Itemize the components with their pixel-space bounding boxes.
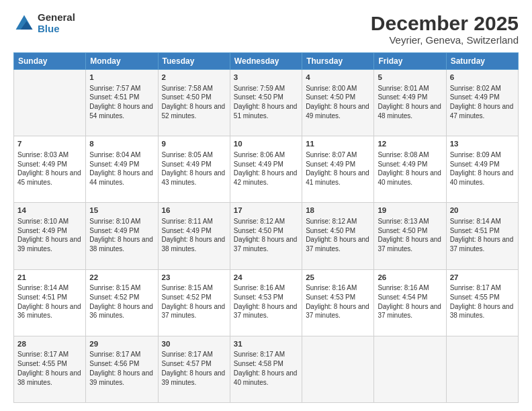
calendar-cell: 16Sunrise: 8:11 AMSunset: 4:49 PMDayligh… xyxy=(158,203,230,269)
day-number: 16 xyxy=(162,205,226,216)
calendar-subtitle: Veyrier, Geneva, Switzerland xyxy=(371,34,519,46)
calendar-title: December 2025 xyxy=(371,12,519,34)
calendar-cell: 11Sunrise: 8:07 AMSunset: 4:49 PMDayligh… xyxy=(302,136,374,203)
calendar-cell: 27Sunrise: 8:17 AMSunset: 4:55 PMDayligh… xyxy=(446,269,518,336)
day-number: 23 xyxy=(162,273,226,283)
calendar-cell: 31Sunrise: 8:17 AMSunset: 4:58 PMDayligh… xyxy=(230,336,302,402)
day-number: 24 xyxy=(234,273,298,283)
cell-details: Sunrise: 8:17 AMSunset: 4:55 PMDaylight:… xyxy=(17,350,82,387)
cell-details: Sunrise: 8:00 AMSunset: 4:50 PMDaylight:… xyxy=(306,84,370,121)
cell-details: Sunrise: 8:11 AMSunset: 4:49 PMDaylight:… xyxy=(162,217,226,254)
day-number: 9 xyxy=(162,139,226,150)
day-of-week-monday: Monday xyxy=(86,53,158,70)
cell-details: Sunrise: 8:03 AMSunset: 4:49 PMDaylight:… xyxy=(17,150,82,187)
day-of-week-tuesday: Tuesday xyxy=(158,53,230,70)
cell-details: Sunrise: 8:12 AMSunset: 4:50 PMDaylight:… xyxy=(234,217,298,254)
day-number: 18 xyxy=(306,205,370,216)
calendar-week-4: 21Sunrise: 8:14 AMSunset: 4:51 PMDayligh… xyxy=(14,269,519,336)
day-of-week-friday: Friday xyxy=(374,53,446,70)
calendar-cell: 23Sunrise: 8:15 AMSunset: 4:52 PMDayligh… xyxy=(158,269,230,336)
day-number: 11 xyxy=(306,139,370,150)
cell-details: Sunrise: 8:05 AMSunset: 4:49 PMDaylight:… xyxy=(162,150,226,187)
cell-details: Sunrise: 8:17 AMSunset: 4:57 PMDaylight:… xyxy=(162,350,226,387)
calendar-cell xyxy=(446,336,518,402)
cell-details: Sunrise: 8:16 AMSunset: 4:53 PMDaylight:… xyxy=(234,283,298,320)
calendar-cell: 18Sunrise: 8:12 AMSunset: 4:50 PMDayligh… xyxy=(302,203,374,269)
cell-details: Sunrise: 8:16 AMSunset: 4:54 PMDaylight:… xyxy=(378,283,442,320)
calendar-cell: 7Sunrise: 8:03 AMSunset: 4:49 PMDaylight… xyxy=(14,136,86,203)
day-number: 10 xyxy=(234,139,298,150)
calendar-week-1: 1Sunrise: 7:57 AMSunset: 4:51 PMDaylight… xyxy=(14,70,519,136)
calendar-cell: 10Sunrise: 8:06 AMSunset: 4:49 PMDayligh… xyxy=(230,136,302,203)
day-number: 28 xyxy=(17,339,82,350)
day-number: 7 xyxy=(17,139,82,150)
cell-details: Sunrise: 8:09 AMSunset: 4:49 PMDaylight:… xyxy=(450,150,515,187)
cell-details: Sunrise: 8:10 AMSunset: 4:49 PMDaylight:… xyxy=(89,217,154,254)
calendar-cell: 22Sunrise: 8:15 AMSunset: 4:52 PMDayligh… xyxy=(86,269,158,336)
calendar-cell: 17Sunrise: 8:12 AMSunset: 4:50 PMDayligh… xyxy=(230,203,302,269)
cell-details: Sunrise: 8:14 AMSunset: 4:51 PMDaylight:… xyxy=(450,217,515,254)
day-number: 4 xyxy=(306,73,370,83)
day-number: 31 xyxy=(234,339,298,350)
calendar-cell xyxy=(14,70,86,136)
day-header-row: SundayMondayTuesdayWednesdayThursdayFrid… xyxy=(14,53,519,70)
calendar-cell: 30Sunrise: 8:17 AMSunset: 4:57 PMDayligh… xyxy=(158,336,230,402)
day-of-week-saturday: Saturday xyxy=(446,53,518,70)
calendar-cell: 9Sunrise: 8:05 AMSunset: 4:49 PMDaylight… xyxy=(158,136,230,203)
calendar-week-2: 7Sunrise: 8:03 AMSunset: 4:49 PMDaylight… xyxy=(14,136,519,203)
calendar-cell: 5Sunrise: 8:01 AMSunset: 4:49 PMDaylight… xyxy=(374,70,446,136)
day-of-week-sunday: Sunday xyxy=(14,53,86,70)
calendar-cell: 20Sunrise: 8:14 AMSunset: 4:51 PMDayligh… xyxy=(446,203,518,269)
cell-details: Sunrise: 8:17 AMSunset: 4:55 PMDaylight:… xyxy=(450,283,515,320)
calendar-cell: 1Sunrise: 7:57 AMSunset: 4:51 PMDaylight… xyxy=(86,70,158,136)
day-number: 26 xyxy=(378,273,442,283)
calendar-cell xyxy=(302,336,374,402)
logo-general-text: General xyxy=(38,12,75,24)
day-number: 25 xyxy=(306,273,370,283)
calendar-header: SundayMondayTuesdayWednesdayThursdayFrid… xyxy=(14,53,519,70)
header: General Blue December 2025 Veyrier, Gene… xyxy=(13,12,519,46)
cell-details: Sunrise: 8:07 AMSunset: 4:49 PMDaylight:… xyxy=(306,150,370,187)
cell-details: Sunrise: 8:06 AMSunset: 4:49 PMDaylight:… xyxy=(234,150,298,187)
calendar-body: 1Sunrise: 7:57 AMSunset: 4:51 PMDaylight… xyxy=(14,70,519,403)
day-number: 20 xyxy=(450,205,515,216)
calendar-cell: 2Sunrise: 7:58 AMSunset: 4:50 PMDaylight… xyxy=(158,70,230,136)
calendar-cell: 29Sunrise: 8:17 AMSunset: 4:56 PMDayligh… xyxy=(86,336,158,402)
calendar-cell: 26Sunrise: 8:16 AMSunset: 4:54 PMDayligh… xyxy=(374,269,446,336)
day-of-week-thursday: Thursday xyxy=(302,53,374,70)
day-number: 19 xyxy=(378,205,442,216)
calendar-cell: 13Sunrise: 8:09 AMSunset: 4:49 PMDayligh… xyxy=(446,136,518,203)
day-number: 27 xyxy=(450,273,515,283)
cell-details: Sunrise: 8:10 AMSunset: 4:49 PMDaylight:… xyxy=(17,217,82,254)
cell-details: Sunrise: 8:15 AMSunset: 4:52 PMDaylight:… xyxy=(89,283,154,320)
cell-details: Sunrise: 8:17 AMSunset: 4:58 PMDaylight:… xyxy=(234,350,298,387)
logo-text: General Blue xyxy=(38,12,75,34)
cell-details: Sunrise: 7:58 AMSunset: 4:50 PMDaylight:… xyxy=(162,84,226,121)
cell-details: Sunrise: 8:04 AMSunset: 4:49 PMDaylight:… xyxy=(89,150,154,187)
day-number: 13 xyxy=(450,139,515,150)
day-number: 15 xyxy=(89,205,154,216)
cell-details: Sunrise: 8:08 AMSunset: 4:49 PMDaylight:… xyxy=(378,150,442,187)
calendar-week-3: 14Sunrise: 8:10 AMSunset: 4:49 PMDayligh… xyxy=(14,203,519,269)
day-number: 3 xyxy=(234,73,298,83)
cell-details: Sunrise: 8:14 AMSunset: 4:51 PMDaylight:… xyxy=(17,283,82,320)
cell-details: Sunrise: 8:02 AMSunset: 4:49 PMDaylight:… xyxy=(450,84,515,121)
page: General Blue December 2025 Veyrier, Gene… xyxy=(0,0,532,411)
calendar-cell: 3Sunrise: 7:59 AMSunset: 4:50 PMDaylight… xyxy=(230,70,302,136)
calendar-cell: 14Sunrise: 8:10 AMSunset: 4:49 PMDayligh… xyxy=(14,203,86,269)
day-number: 1 xyxy=(89,73,154,83)
cell-details: Sunrise: 8:17 AMSunset: 4:56 PMDaylight:… xyxy=(89,350,154,387)
day-number: 21 xyxy=(17,273,82,283)
calendar-cell: 6Sunrise: 8:02 AMSunset: 4:49 PMDaylight… xyxy=(446,70,518,136)
calendar-table: SundayMondayTuesdayWednesdayThursdayFrid… xyxy=(13,52,519,403)
day-number: 30 xyxy=(162,339,226,350)
calendar-cell: 12Sunrise: 8:08 AMSunset: 4:49 PMDayligh… xyxy=(374,136,446,203)
day-number: 14 xyxy=(17,205,82,216)
logo-blue-text: Blue xyxy=(38,24,75,35)
day-of-week-wednesday: Wednesday xyxy=(230,53,302,70)
day-number: 12 xyxy=(378,139,442,150)
day-number: 22 xyxy=(89,273,154,283)
calendar-cell: 21Sunrise: 8:14 AMSunset: 4:51 PMDayligh… xyxy=(14,269,86,336)
calendar-cell: 25Sunrise: 8:16 AMSunset: 4:53 PMDayligh… xyxy=(302,269,374,336)
calendar-cell: 28Sunrise: 8:17 AMSunset: 4:55 PMDayligh… xyxy=(14,336,86,402)
